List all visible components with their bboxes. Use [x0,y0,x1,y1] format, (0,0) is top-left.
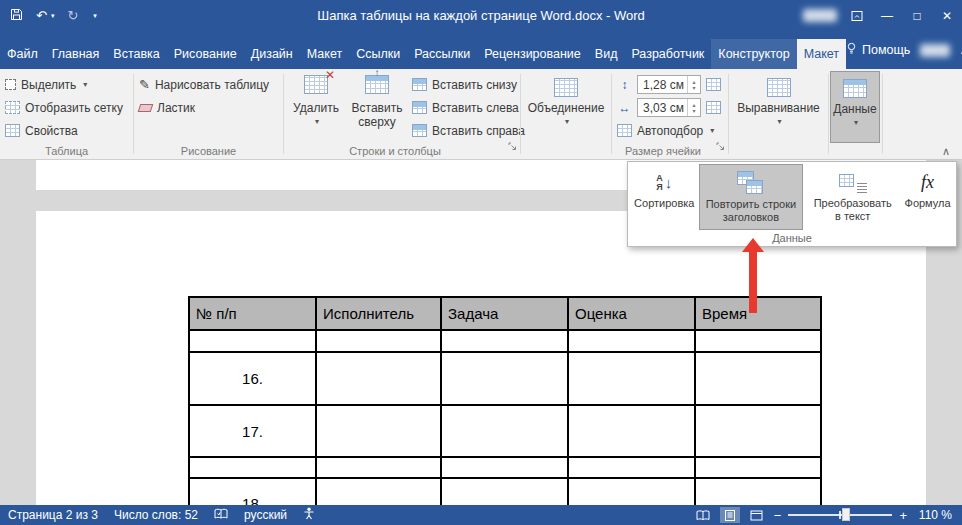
spinner-arrows[interactable]: ▴▾ [687,99,700,116]
minimize-button[interactable]: — [872,0,902,31]
zoom-slider[interactable] [788,514,892,516]
header-cell[interactable]: Задача [441,297,568,330]
header-cell[interactable]: Исполнитель [316,297,441,330]
close-button[interactable]: ✕ [932,0,962,31]
distribute-rows-icon[interactable] [706,78,721,91]
table-cell[interactable] [316,457,441,478]
table-cell[interactable] [568,478,695,505]
alignment-button[interactable]: Выравнивание ▾ [734,71,823,129]
spinner-arrows[interactable]: ▴▾ [687,76,700,93]
table-cell[interactable] [695,457,821,478]
insert-left-button[interactable]: Вставить слева [412,97,519,118]
tab-home[interactable]: Главная [45,39,107,69]
table-cell[interactable] [316,352,441,405]
row-number-cell[interactable]: 18. [189,478,316,505]
header-cell[interactable]: Оценка [568,297,695,330]
insert-above-button[interactable]: ↑ Вставить сверху [346,71,408,129]
table-cell[interactable] [441,330,568,352]
row-number-cell[interactable]: 17. [189,405,316,457]
convert-to-text-button[interactable]: Преобразовать в текст [806,164,899,230]
table-cell[interactable] [695,352,821,405]
table-cell[interactable] [316,478,441,505]
data-button[interactable]: Данные ▾ [830,71,880,143]
table-cell[interactable] [189,457,316,478]
collapse-ribbon-icon[interactable]: ∧ [942,145,950,158]
tab-references[interactable]: Ссылки [349,39,407,69]
document-table[interactable]: № п/п Исполнитель Задача Оценка Время 16… [188,296,822,505]
page-indicator[interactable]: Страница 2 из 3 [8,508,98,522]
tab-file[interactable]: Файл [0,39,45,69]
table-cell[interactable] [568,405,695,457]
table-cell[interactable] [441,352,568,405]
table-cell[interactable] [568,352,695,405]
web-layout-icon[interactable] [747,507,767,523]
tab-table-design[interactable]: Конструктор [711,39,796,69]
read-mode-icon[interactable] [693,507,713,523]
tab-insert[interactable]: Вставка [106,39,166,69]
redo-icon[interactable]: ↻ [67,9,78,22]
undo-dropdown-icon[interactable]: ▾ [51,12,55,19]
table-cell[interactable] [316,405,441,457]
eraser-button[interactable]: Ластик [139,97,195,118]
table-cell[interactable] [568,330,695,352]
save-icon[interactable] [10,8,23,23]
dialog-launcher-icon[interactable] [716,137,725,155]
dialog-launcher-icon[interactable] [508,137,517,155]
language-indicator[interactable]: русский [244,508,287,522]
zoom-out-button[interactable]: − [774,508,782,523]
sort-button[interactable]: АЯ ↓ Сортировка [633,164,696,230]
table-row[interactable]: 18. [189,478,821,505]
table-cell[interactable] [695,478,821,505]
print-layout-icon[interactable] [720,507,740,523]
table-cell[interactable] [568,457,695,478]
table-cell[interactable] [695,330,821,352]
draw-table-button[interactable]: ✎ Нарисовать таблицу [139,74,269,95]
tab-review[interactable]: Рецензирование [477,39,588,69]
accessibility-icon[interactable] [303,507,315,523]
tab-table-layout[interactable]: Макет [797,39,846,69]
table-cell[interactable] [189,330,316,352]
delete-button[interactable]: ✕ Удалить ▾ [288,71,344,129]
table-cell[interactable] [441,457,568,478]
tab-mailings[interactable]: Рассылки [407,39,477,69]
tab-developer[interactable]: Разработчик [624,39,711,69]
table-row[interactable] [189,330,821,352]
repeat-header-rows-button[interactable]: Повторить строки заголовков [699,164,804,230]
word-count[interactable]: Число слов: 52 [114,508,198,522]
view-gridlines-button[interactable]: Отобразить сетку [5,97,123,118]
zoom-in-button[interactable]: + [899,508,907,523]
zoom-level[interactable]: 110 % [914,508,952,522]
help-button[interactable]: Помощь [846,42,910,58]
table-row[interactable]: 17. [189,405,821,457]
proofing-icon[interactable] [214,508,228,523]
formula-button[interactable]: fx Формула [902,164,953,230]
autofit-button[interactable]: Автоподбор ▾ [617,120,714,141]
tab-draw[interactable]: Рисование [167,39,244,69]
table-cell[interactable] [441,405,568,457]
table-cell[interactable] [441,478,568,505]
row-height-input[interactable]: 1,28 см ▴▾ [637,75,701,94]
tab-view[interactable]: Вид [588,39,625,69]
customize-qat-icon[interactable]: ▾ [93,12,97,19]
table-header-row[interactable]: № п/п Исполнитель Задача Оценка Время [189,297,821,330]
tab-layout[interactable]: Макет [300,39,349,69]
row-number-cell[interactable]: 16. [189,352,316,405]
header-cell[interactable]: № п/п [189,297,316,330]
group-label-cell-size: Размер ячейки [612,145,728,157]
zoom-slider-thumb[interactable] [842,508,850,521]
column-width-input[interactable]: 3,03 см ▴▾ [637,98,701,117]
tab-design[interactable]: Дизайн [244,39,300,69]
maximize-button[interactable]: □ [902,0,932,31]
header-cell[interactable]: Время [695,297,821,330]
distribute-columns-icon[interactable] [706,101,721,114]
table-row[interactable]: 16. [189,352,821,405]
table-cell[interactable] [316,330,441,352]
ribbon-display-options-icon[interactable] [842,0,872,31]
table-cell[interactable] [695,405,821,457]
undo-icon[interactable]: ↶ [36,9,47,22]
table-row[interactable] [189,457,821,478]
insert-below-button[interactable]: Вставить снизу [412,74,517,95]
properties-button[interactable]: Свойства [5,120,78,141]
merge-button[interactable]: Объединение ▾ [526,71,606,129]
select-button[interactable]: Выделить ▾ [5,74,87,95]
